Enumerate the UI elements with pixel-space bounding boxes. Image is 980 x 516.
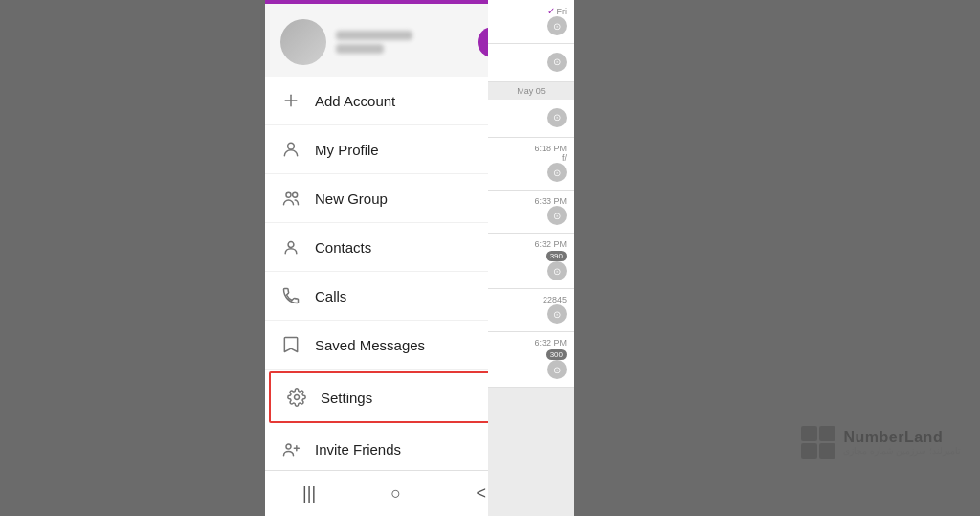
- chat-sub-4: f/: [562, 153, 567, 163]
- calls-icon: [280, 285, 301, 306]
- person-icon: [280, 139, 301, 160]
- svg-point-2: [288, 143, 295, 149]
- chat-item-8: 6:32 PM 300 ⊙: [488, 332, 574, 388]
- invite-icon: [280, 438, 301, 460]
- chat-avatar-2: ⊙: [547, 53, 567, 72]
- svg-point-3: [286, 192, 291, 197]
- phone-container: Add Account My Profile New Group Contact…: [265, 0, 523, 516]
- new-group-label: New Group: [315, 191, 388, 207]
- chat-item-4: 6:18 PM f/ ⊙: [488, 138, 574, 191]
- gear-icon: [286, 387, 307, 408]
- chat-avatar-1: ⊙: [547, 16, 567, 35]
- chat-avatar-8: ⊙: [547, 360, 567, 379]
- menu-item-contacts[interactable]: Contacts: [265, 223, 523, 272]
- chat-time-8: 6:32 PM: [534, 338, 567, 348]
- chat-badge-8: 300: [546, 349, 567, 360]
- settings-label: Settings: [321, 390, 372, 406]
- watermark-subtitle: تامیرلند؛ سرزمین شماره مجازی: [843, 446, 961, 456]
- chat-item-5: 6:33 PM ⊙: [488, 191, 574, 234]
- chat-time-5: 6:33 PM: [534, 196, 567, 206]
- chat-avatar-4: ⊙: [547, 163, 567, 182]
- chat-avatar-3: ⊙: [547, 108, 567, 127]
- bookmark-icon: [280, 334, 301, 355]
- section-date: May 05: [488, 82, 574, 100]
- menu-item-my-profile[interactable]: My Profile: [265, 125, 523, 174]
- header-area: [265, 4, 523, 77]
- saved-messages-label: Saved Messages: [315, 337, 425, 353]
- svg-point-4: [293, 192, 298, 197]
- watermark-title: NumberLand: [843, 429, 961, 446]
- chat-avatar-7: ⊙: [547, 304, 567, 324]
- menu-item-settings[interactable]: Settings: [269, 371, 520, 423]
- watermark: NumberLand تامیرلند؛ سرزمین شماره مجازی: [801, 426, 961, 459]
- chat-time-1: Fri: [557, 7, 568, 16]
- header-text: [336, 31, 412, 54]
- menu-item-new-group[interactable]: New Group: [265, 174, 523, 223]
- my-profile-label: My Profile: [315, 142, 379, 158]
- menu-item-saved-messages[interactable]: Saved Messages: [265, 321, 523, 370]
- right-panel: ✓ Fri ⊙ ⊙ May 05 ⊙ 6:18 PM f/ ⊙ 6:33 PM …: [488, 0, 574, 516]
- menu-item-calls[interactable]: Calls: [265, 272, 523, 321]
- group-icon: [280, 188, 301, 209]
- nav-menu-icon[interactable]: |||: [302, 483, 316, 504]
- plus-icon: [280, 90, 301, 111]
- svg-point-6: [295, 395, 300, 400]
- calls-label: Calls: [315, 288, 346, 304]
- watermark-text: NumberLand تامیرلند؛ سرزمین شماره مجازی: [843, 429, 961, 456]
- chat-item-6: 6:32 PM 390 ⊙: [488, 234, 574, 289]
- chat-avatar-5: ⊙: [547, 206, 567, 225]
- chat-item-1: ✓ Fri ⊙: [488, 0, 574, 44]
- chat-item-2: ⊙: [488, 44, 574, 82]
- invite-friends-label: Invite Friends: [315, 441, 401, 458]
- add-account-label: Add Account: [315, 93, 395, 109]
- chat-badge-6: 390: [546, 251, 567, 261]
- chat-time-6: 6:32 PM: [534, 239, 567, 249]
- chat-time-4: 6:18 PM: [534, 144, 567, 153]
- menu-item-invite-friends[interactable]: Invite Friends: [265, 425, 523, 470]
- chat-avatar-6: ⊙: [547, 261, 567, 280]
- svg-point-7: [286, 444, 291, 449]
- menu-area: Add Account My Profile New Group Contact…: [265, 77, 523, 470]
- svg-point-5: [288, 242, 294, 248]
- nav-back-icon[interactable]: <: [476, 483, 486, 504]
- checkmark-icon: ✓: [547, 6, 555, 16]
- chat-time-7: 22845: [543, 295, 567, 304]
- contacts-icon: [280, 236, 301, 258]
- menu-item-add-account[interactable]: Add Account: [265, 77, 523, 125]
- bottom-nav: ||| ○ <: [265, 470, 523, 516]
- nav-home-icon[interactable]: ○: [390, 483, 401, 504]
- avatar: [280, 19, 326, 65]
- phone-blurred: [336, 44, 384, 54]
- chat-item-7: 22845 ⊙: [488, 289, 574, 332]
- username-blurred: [336, 31, 412, 40]
- contacts-label: Contacts: [315, 239, 371, 256]
- watermark-logo: [801, 426, 835, 459]
- chat-item-3: ⊙: [488, 100, 574, 138]
